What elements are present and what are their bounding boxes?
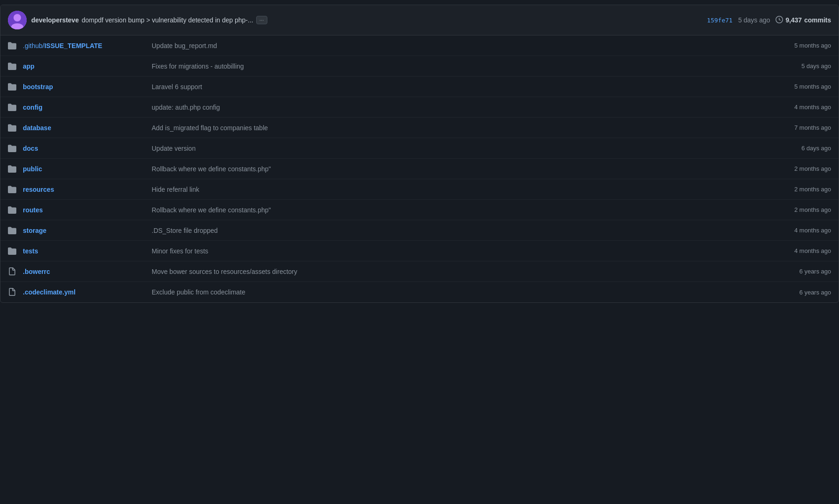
table-row[interactable]: testsMinor fixes for tests4 months ago <box>0 241 839 261</box>
folder-icon <box>8 83 23 91</box>
file-commit-message: Update bug_report.md <box>144 42 756 49</box>
file-name-bold: public <box>23 165 42 173</box>
file-name-link[interactable]: public <box>23 165 42 173</box>
file-commit-message: Laravel 6 support <box>144 83 756 91</box>
file-name-link[interactable]: .bowerrc <box>23 268 50 275</box>
commit-info: developersteve dompdf version bump > vul… <box>31 16 702 24</box>
file-name-bold: storage <box>23 227 47 234</box>
file-name-link[interactable]: .github/ISSUE_TEMPLATE <box>23 42 102 49</box>
commit-hash[interactable]: 159fe71 <box>707 17 733 24</box>
file-commit-message: Exclude public from codeclimate <box>144 288 756 296</box>
clock-icon <box>776 16 783 25</box>
file-commit-message: Hide referral link <box>144 186 756 193</box>
commit-meta: 159fe71 5 days ago 9,437 commits <box>707 16 831 25</box>
file-name-bold: resources <box>23 186 54 193</box>
table-row[interactable]: bootstrapLaravel 6 support5 months ago <box>0 77 839 97</box>
file-name-link[interactable]: bootstrap <box>23 83 53 91</box>
table-row[interactable]: resourcesHide referral link2 months ago <box>0 179 839 200</box>
file-time: 5 months ago <box>756 83 831 90</box>
commit-time: 5 days ago <box>738 16 770 24</box>
table-row[interactable]: docsUpdate version6 days ago <box>0 138 839 159</box>
file-name-bold: routes <box>23 206 43 214</box>
file-commit-message: update: auth.php config <box>144 104 756 111</box>
file-name-bold: database <box>23 124 51 132</box>
commit-message: dompdf version bump > vulnerability dete… <box>82 16 253 24</box>
file-name-bold: app <box>23 63 35 70</box>
commits-count: 9,437 commits <box>776 16 831 25</box>
table-row[interactable]: storage.DS_Store file dropped4 months ag… <box>0 220 839 241</box>
table-row[interactable]: .codeclimate.ymlExclude public from code… <box>0 282 839 302</box>
table-row[interactable]: .github/ISSUE_TEMPLATEUpdate bug_report.… <box>0 35 839 56</box>
table-row[interactable]: .bowerrcMove bower sources to resources/… <box>0 261 839 282</box>
file-time: 2 months ago <box>756 186 831 193</box>
folder-icon <box>8 185 23 194</box>
file-commit-message: Minor fixes for tests <box>144 247 756 255</box>
file-name-link[interactable]: database <box>23 124 51 132</box>
file-name-link[interactable]: tests <box>23 247 38 255</box>
table-row[interactable]: configupdate: auth.php config4 months ag… <box>0 97 839 118</box>
file-commit-message: Rollback where we define constants.php" <box>144 165 756 173</box>
file-commit-message: .DS_Store file dropped <box>144 227 756 234</box>
file-time: 5 days ago <box>756 63 831 70</box>
commits-number: 9,437 <box>785 16 802 24</box>
folder-icon <box>8 226 23 235</box>
file-name-bold: .codeclimate.yml <box>23 288 76 296</box>
file-name-link[interactable]: config <box>23 104 42 111</box>
file-name-prefix: .github/ <box>23 42 44 49</box>
folder-icon <box>8 247 23 255</box>
file-name-bold: .bowerrc <box>23 268 50 275</box>
file-time: 2 months ago <box>756 165 831 172</box>
file-name-link[interactable]: docs <box>23 145 38 152</box>
file-time: 7 months ago <box>756 124 831 131</box>
table-row[interactable]: publicRollback where we define constants… <box>0 159 839 179</box>
file-time: 4 months ago <box>756 227 831 234</box>
file-icon <box>8 267 23 276</box>
table-row[interactable]: routesRollback where we define constants… <box>0 200 839 220</box>
commits-label: commits <box>804 16 831 24</box>
folder-icon <box>8 124 23 132</box>
file-name-bold: docs <box>23 145 38 152</box>
folder-icon <box>8 144 23 153</box>
avatar <box>8 11 27 29</box>
commit-author[interactable]: developersteve <box>31 16 79 24</box>
svg-point-1 <box>14 14 21 21</box>
folder-icon <box>8 165 23 173</box>
file-commit-message: Rollback where we define constants.php" <box>144 206 756 214</box>
file-time: 4 months ago <box>756 104 831 111</box>
file-time: 5 months ago <box>756 42 831 49</box>
file-name-link[interactable]: routes <box>23 206 43 214</box>
file-commit-message: Add is_migrated flag to companies table <box>144 124 756 132</box>
file-time: 6 years ago <box>756 289 831 296</box>
commit-dots-button[interactable]: ··· <box>256 16 267 24</box>
file-name-link[interactable]: app <box>23 63 35 70</box>
folder-icon <box>8 62 23 70</box>
file-name-bold: config <box>23 104 42 111</box>
table-row[interactable]: appFixes for migrations - autobilling5 d… <box>0 56 839 77</box>
file-commit-message: Move bower sources to resources/assets d… <box>144 268 756 275</box>
folder-icon <box>8 42 23 50</box>
file-list: .github/ISSUE_TEMPLATEUpdate bug_report.… <box>0 35 839 302</box>
file-name-link[interactable]: resources <box>23 186 54 193</box>
table-row[interactable]: databaseAdd is_migrated flag to companie… <box>0 118 839 138</box>
file-commit-message: Fixes for migrations - autobilling <box>144 63 756 70</box>
file-icon <box>8 288 23 296</box>
file-name-bold: bootstrap <box>23 83 53 91</box>
repo-container: developersteve dompdf version bump > vul… <box>0 5 839 303</box>
file-name-link[interactable]: storage <box>23 227 47 234</box>
file-time: 2 months ago <box>756 206 831 213</box>
folder-icon <box>8 206 23 214</box>
file-commit-message: Update version <box>144 145 756 152</box>
file-time: 4 months ago <box>756 247 831 254</box>
folder-icon <box>8 103 23 112</box>
file-time: 6 years ago <box>756 268 831 275</box>
file-name-bold: tests <box>23 247 38 255</box>
file-name-link[interactable]: .codeclimate.yml <box>23 288 76 296</box>
file-time: 6 days ago <box>756 145 831 152</box>
file-name-bold: ISSUE_TEMPLATE <box>44 42 102 49</box>
commit-header: developersteve dompdf version bump > vul… <box>0 5 839 35</box>
